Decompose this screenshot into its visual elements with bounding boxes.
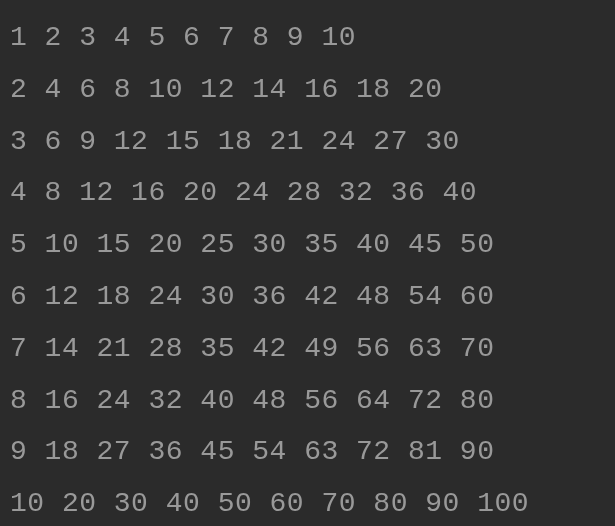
console-output: 1 2 3 4 5 6 7 8 9 10 2 4 6 8 10 12 14 16… xyxy=(10,12,605,526)
output-row: 4 8 12 16 20 24 28 32 36 40 xyxy=(10,167,605,219)
output-row: 8 16 24 32 40 48 56 64 72 80 xyxy=(10,375,605,427)
output-row: 10 20 30 40 50 60 70 80 90 100 xyxy=(10,478,605,526)
output-row: 2 4 6 8 10 12 14 16 18 20 xyxy=(10,64,605,116)
output-row: 3 6 9 12 15 18 21 24 27 30 xyxy=(10,116,605,168)
output-row: 5 10 15 20 25 30 35 40 45 50 xyxy=(10,219,605,271)
output-row: 9 18 27 36 45 54 63 72 81 90 xyxy=(10,426,605,478)
output-row: 7 14 21 28 35 42 49 56 63 70 xyxy=(10,323,605,375)
output-row: 1 2 3 4 5 6 7 8 9 10 xyxy=(10,12,605,64)
output-row: 6 12 18 24 30 36 42 48 54 60 xyxy=(10,271,605,323)
